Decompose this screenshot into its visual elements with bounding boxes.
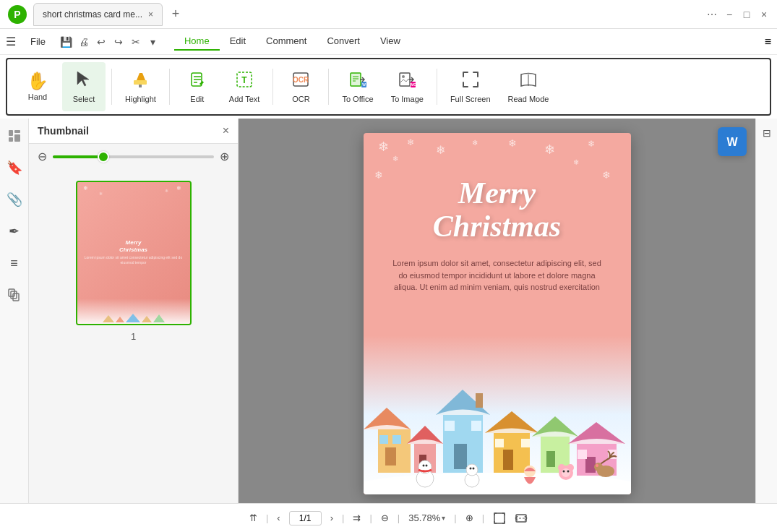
mini-card-body: Lorem ipsum dolor sit amet consectetur a… <box>80 255 187 265</box>
zoom-out-button[interactable]: ⊖ <box>381 512 389 523</box>
new-tab-button[interactable]: + <box>166 4 186 25</box>
tab-close-button[interactable]: × <box>148 9 153 20</box>
zoom-slider-thumb[interactable] <box>98 151 109 163</box>
highlight-tool[interactable]: Highlight <box>118 62 163 111</box>
svg-rect-25 <box>14 130 20 133</box>
content-area[interactable]: ❄ ❄ ❄ ❄ ❄ ❄ ❄ ❄ ❄ ❄ ❄ Merry Christmas Lo… <box>239 119 755 506</box>
svg-rect-24 <box>9 137 13 142</box>
tab-area: short christmas card me... × + <box>33 3 706 26</box>
to-image-tool[interactable]: IMG To Image <box>384 62 431 111</box>
svg-rect-12 <box>351 73 361 86</box>
svg-point-76 <box>596 464 598 467</box>
svg-rect-19 <box>400 73 410 86</box>
highlight-icon <box>131 70 150 92</box>
tab-comment[interactable]: Comment <box>256 33 317 51</box>
dropdown-icon[interactable]: ▾ <box>145 34 161 50</box>
word-icon-overlay[interactable]: W <box>718 127 747 156</box>
right-sidebar-expand-icon[interactable]: ⊟ <box>758 124 776 142</box>
svg-text:W: W <box>726 136 738 148</box>
svg-rect-27 <box>9 289 14 296</box>
toolbar: ✋ Hand Select Highlight <box>6 58 771 116</box>
maximize-button[interactable]: □ <box>741 9 752 20</box>
first-page-button[interactable]: ⇈ <box>249 512 257 523</box>
select-label: Select <box>73 95 95 103</box>
hand-label: Hand <box>28 93 47 101</box>
svg-rect-44 <box>471 421 481 431</box>
menu-bar-right[interactable]: ≡ <box>765 35 771 48</box>
sidebar-form-icon[interactable]: ≡ <box>3 252 26 275</box>
svg-rect-28 <box>11 291 17 299</box>
zoom-in-button[interactable]: ⊕ <box>465 512 473 523</box>
hamburger-menu[interactable]: ☰ <box>6 35 16 48</box>
edit-tool[interactable]: Edit <box>176 62 219 111</box>
zoom-slider[interactable] <box>53 155 214 158</box>
separator-1: | <box>266 512 268 523</box>
browser-tab[interactable]: short christmas card me... × <box>33 3 163 26</box>
zoom-out-icon[interactable]: ⊖ <box>38 150 47 163</box>
svg-rect-35 <box>379 435 388 444</box>
sidebar-signature-icon[interactable]: ✒ <box>3 220 26 243</box>
to-office-tool[interactable]: W To Office <box>335 62 380 111</box>
svg-rect-29 <box>13 293 19 301</box>
sidebar-pages-icon[interactable] <box>3 283 26 306</box>
menu-bar: ☰ File 💾 🖨 ↩ ↪ ✂ ▾ Home Edit Comment Con… <box>0 29 777 55</box>
read-mode-icon <box>519 70 538 92</box>
highlight-label: Highlight <box>125 95 156 103</box>
undo-icon[interactable]: ↩ <box>93 34 109 50</box>
left-sidebar: 🔖 📎 ✒ ≡ <box>0 119 29 506</box>
pdf-bottom-scene <box>364 335 631 494</box>
christmas-scene-svg <box>364 335 631 494</box>
svg-point-75 <box>594 463 603 471</box>
close-button[interactable]: × <box>758 9 770 20</box>
svg-text:T: T <box>241 75 247 85</box>
tab-convert[interactable]: Convert <box>317 33 370 51</box>
select-icon <box>74 70 93 92</box>
zoom-dropdown-arrow[interactable]: ▾ <box>442 514 445 522</box>
sidebar-annotation-icon[interactable]: 📎 <box>3 188 26 211</box>
next-page-button[interactable]: › <box>330 512 333 523</box>
page-input[interactable] <box>289 511 322 525</box>
thumbnail-close-button[interactable]: × <box>223 124 229 137</box>
mini-card-title: MerryChristmas <box>119 239 147 253</box>
sidebar-thumbnail-icon[interactable] <box>3 124 26 147</box>
divider-5 <box>437 69 437 105</box>
divider-2 <box>169 69 170 105</box>
print-icon[interactable]: 🖨 <box>76 34 92 50</box>
zoom-in-icon[interactable]: ⊕ <box>220 150 229 163</box>
hand-tool[interactable]: ✋ Hand <box>16 62 59 111</box>
minimize-button[interactable]: − <box>724 9 735 20</box>
tab-home[interactable]: Home <box>174 33 220 51</box>
separator-4: | <box>398 512 400 523</box>
svg-rect-79 <box>494 513 505 523</box>
prev-page-button[interactable]: ‹ <box>277 512 280 523</box>
svg-rect-34 <box>385 447 396 466</box>
zoom-value: 35.78% ▾ <box>408 512 445 523</box>
ocr-tool[interactable]: OCR OCR <box>279 62 322 111</box>
page-thumbnail-1[interactable]: ❄ ❄ ❄ ❄ MerryChristmas Lorem ipsum dolor… <box>76 181 192 325</box>
save-icon[interactable]: 💾 <box>59 34 74 50</box>
last-page-button[interactable]: ⇉ <box>353 512 361 523</box>
fit-page-button[interactable] <box>493 512 506 525</box>
separator-6: | <box>482 512 484 523</box>
svg-point-66 <box>472 468 474 470</box>
thumbnail-title: Thumbnail <box>38 125 89 137</box>
right-sidebar: ⊟ <box>755 119 777 506</box>
svg-point-72 <box>562 471 564 473</box>
tab-edit[interactable]: Edit <box>220 33 256 51</box>
svg-rect-56 <box>585 457 596 473</box>
tab-view[interactable]: View <box>370 33 411 51</box>
thumbnail-header: Thumbnail × <box>29 119 238 144</box>
add-text-tool[interactable]: T Add Text <box>222 62 267 111</box>
select-tool[interactable]: Select <box>62 62 106 111</box>
cut-icon[interactable]: ✂ <box>128 34 144 50</box>
sidebar-bookmark-icon[interactable]: 🔖 <box>3 156 26 179</box>
menu-button[interactable]: ⋯ <box>706 9 718 20</box>
full-screen-tool[interactable]: Full Screen <box>443 62 498 111</box>
fit-width-button[interactable] <box>515 512 528 525</box>
to-office-icon: W <box>348 70 367 92</box>
menu-file[interactable]: File <box>25 33 51 50</box>
svg-rect-48 <box>503 450 513 470</box>
separator-2: | <box>342 512 344 523</box>
redo-icon[interactable]: ↪ <box>111 34 126 50</box>
read-mode-tool[interactable]: Read Mode <box>501 62 557 111</box>
